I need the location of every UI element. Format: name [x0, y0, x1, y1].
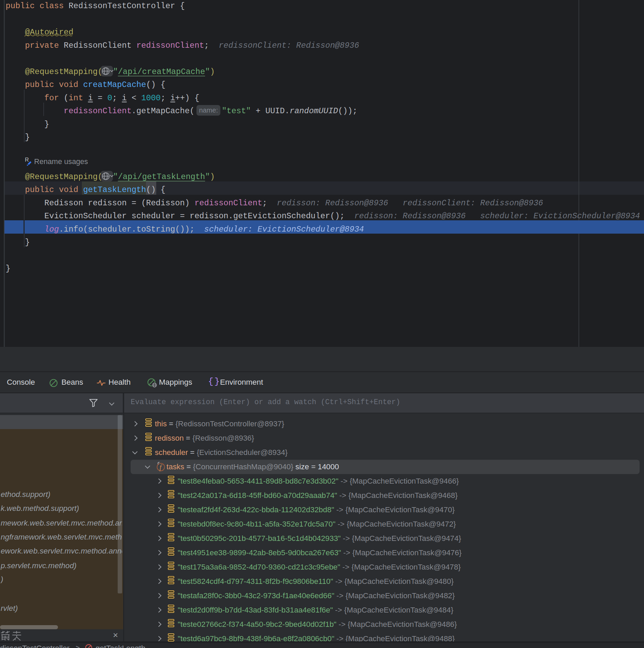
svg-text:R: R	[25, 157, 29, 163]
